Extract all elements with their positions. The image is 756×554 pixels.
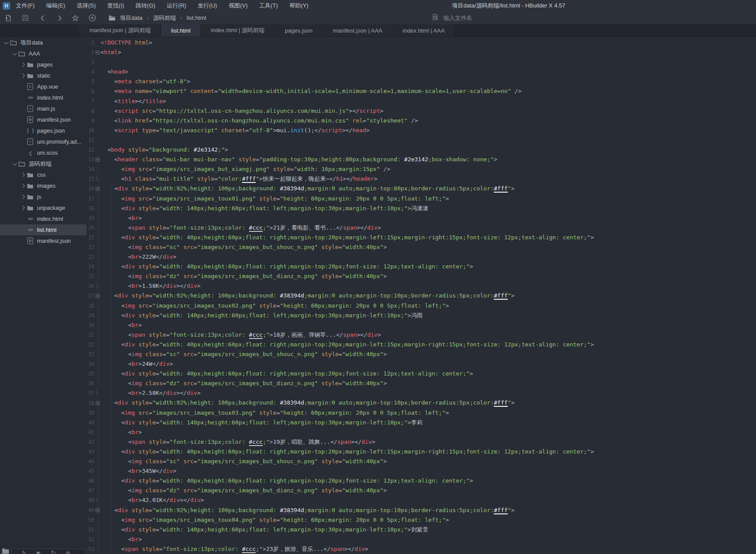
sidebar-item-css[interactable]: css — [0, 169, 86, 180]
navigate-back-button[interactable] — [36, 12, 49, 24]
sidebar-item-manifest.json[interactable]: manifest.json — [0, 235, 86, 246]
menu-item-5[interactable]: 运行(R) — [161, 0, 192, 11]
menu-item-2[interactable]: 选择(S) — [71, 0, 101, 11]
hand-icon[interactable]: ☛ — [36, 550, 41, 554]
menu-item-3[interactable]: 查找(I) — [101, 0, 130, 11]
tab-index.html[interactable]: index.html | AAA — [393, 24, 455, 37]
sidebar-item-label: main.js — [37, 105, 55, 112]
chevron-right-icon[interactable] — [19, 63, 26, 66]
refresh-icon[interactable]: ↻ — [51, 550, 56, 554]
code-text: <span style="font-size:13px;color: #ccc;… — [101, 437, 375, 447]
file-tree: 项目dataAAApagesstaticVApp.vue<>index.html… — [0, 37, 86, 246]
tab-index.html[interactable]: index.html | 源码前端 — [201, 24, 275, 37]
code-line: 52 <br> — [86, 535, 756, 544]
breadcrumb-item-1[interactable]: 源码前端 — [152, 14, 177, 22]
code-text: <img class="sc" src="images/src_images_b… — [101, 457, 387, 466]
pencil-icon[interactable]: ✎ — [22, 550, 26, 554]
sidebar-item-label: uni.scss — [37, 149, 58, 156]
sidebar-item-unpackage[interactable]: unpackage — [0, 202, 86, 213]
fold-end-icon — [94, 497, 101, 504]
line-number: 14 — [86, 166, 94, 172]
vue-file-icon: V — [26, 83, 34, 90]
menu-item-6[interactable]: 发行(U) — [192, 0, 223, 11]
code-line: 37 <br>2.58K</div></div> — [86, 388, 756, 398]
menu-item-9[interactable]: 帮助(Y) — [283, 0, 314, 11]
sidebar-item-uni.scss[interactable]: ςuni.scss — [0, 147, 86, 158]
code-line: 48 <br>42.01K</div></div> — [86, 495, 756, 505]
chevron-down-icon[interactable] — [11, 162, 18, 165]
code-line: 29 <div style="width: 140px;height:60px;… — [86, 311, 756, 320]
sidebar-item--data[interactable]: 项目data — [0, 37, 86, 48]
code-line: 22 <img class="sc" src="images/src_image… — [86, 242, 756, 252]
sidebar-item-pages[interactable]: pages — [0, 59, 86, 70]
code-line: 6 <meta name="viewport" content="width=d… — [86, 86, 756, 96]
editor-tab-bar: manifest.json | 源码前端list.htmlindex.html … — [0, 24, 756, 37]
sidebar-item-label: pages — [37, 61, 52, 68]
menu-item-4[interactable]: 跳转(G) — [130, 0, 161, 11]
folder-icon[interactable] — [2, 548, 9, 554]
sidebar-item-list.html[interactable]: <>list.html — [0, 224, 86, 235]
line-number: 53 — [86, 546, 94, 552]
html-file-icon: <> — [26, 227, 34, 233]
chevron-right-icon[interactable] — [19, 74, 26, 77]
tab-manifest.json[interactable]: manifest.json | 源码前端 — [79, 24, 161, 37]
chevron-right-icon[interactable] — [19, 206, 26, 209]
run-button[interactable] — [86, 12, 99, 24]
html-file-icon: <> — [26, 95, 34, 100]
chevron-right-icon[interactable] — [19, 173, 26, 176]
line-number: 34 — [86, 361, 94, 367]
sidebar-item-uni.promisify.ad...[interactable]: Juni.promisify.ad... — [0, 136, 86, 147]
code-text: <div style="width: 40px;height:60px;floa… — [101, 447, 594, 457]
fold-marker-icon[interactable] — [94, 294, 101, 298]
folder-icon — [26, 73, 34, 78]
fold-marker-icon[interactable] — [94, 51, 101, 55]
menu-item-1[interactable]: 编辑(E) — [41, 0, 71, 11]
menu-item-8[interactable]: 工具(T) — [253, 0, 284, 11]
code-text: <div style="width: 140px;height:60px;flo… — [101, 418, 422, 428]
sidebar-item--[interactable]: 源码前端 — [0, 158, 86, 169]
sidebar-item-AAA[interactable]: AAA — [0, 48, 86, 59]
sidebar-item-label: index.html — [37, 216, 63, 222]
sidebar-item-index.html[interactable]: <>index.html — [0, 92, 86, 103]
code-text: <br>42.01K</div></div> — [101, 495, 204, 505]
breadcrumb-item-2[interactable]: list.html — [186, 15, 207, 21]
code-line: 49 <div style="width:92%;height: 100px;b… — [86, 506, 756, 515]
line-number: 47 — [86, 487, 94, 494]
file-search-input[interactable]: 输入文件名 — [432, 11, 472, 24]
fold-marker-icon[interactable] — [94, 401, 101, 405]
fold-marker-icon[interactable] — [94, 158, 101, 162]
sidebar-item-index.html[interactable]: <>index.html — [0, 213, 86, 224]
sidebar-item-main.js[interactable]: Jmain.js — [0, 103, 86, 114]
code-text: <img src="images/src_images_toux01.png" … — [101, 194, 449, 204]
code-text: <div style="width: 40px;height:60px;floa… — [101, 262, 473, 271]
chevron-down-icon[interactable] — [11, 52, 18, 55]
navigate-forward-button[interactable] — [53, 12, 66, 24]
chevron-down-icon[interactable] — [3, 41, 9, 44]
menu-item-0[interactable]: 文件(F) — [10, 0, 41, 11]
sidebar-item-manifest.json[interactable]: manifest.json — [0, 114, 86, 125]
new-file-button[interactable] — [2, 12, 15, 24]
code-editor[interactable]: 1<!DOCTYPE html>2<html>34 <head>5 <meta … — [86, 37, 756, 554]
bookmark-button[interactable] — [69, 12, 82, 24]
tab-list.html[interactable]: list.html — [161, 24, 201, 37]
menu-item-7[interactable]: 视图(V) — [223, 0, 253, 11]
tab-manifest.json[interactable]: manifest.json | AAA — [323, 24, 393, 37]
code-text: <div style="width: 140px;height:60px;flo… — [101, 525, 428, 535]
sidebar-item-pages.json[interactable]: [ ]pages.json — [0, 125, 86, 136]
code-text: <img class="dz" src="images/src_images_b… — [101, 486, 387, 495]
line-number: 26 — [86, 283, 94, 289]
breadcrumb-item-0[interactable]: 项目data — [119, 14, 143, 22]
globe-icon[interactable]: ⊕ — [65, 550, 70, 554]
sidebar-item-js[interactable]: js — [0, 191, 86, 202]
tab-pages.json[interactable]: pages.json — [275, 24, 323, 37]
sidebar-item-App.vue[interactable]: VApp.vue — [0, 81, 86, 92]
code-line: 16 <div style="width:92%;height: 100px;b… — [86, 184, 756, 193]
chevron-right-icon[interactable] — [19, 195, 26, 198]
fold-marker-icon[interactable] — [94, 187, 101, 191]
sidebar-item-images[interactable]: images — [0, 180, 86, 191]
code-line: 38 <div style="width:92%;height: 100px;b… — [86, 398, 756, 408]
chevron-right-icon[interactable] — [19, 184, 26, 187]
sidebar-item-static[interactable]: static — [0, 70, 86, 81]
fold-marker-icon[interactable] — [94, 508, 101, 512]
save-button[interactable] — [19, 12, 32, 24]
